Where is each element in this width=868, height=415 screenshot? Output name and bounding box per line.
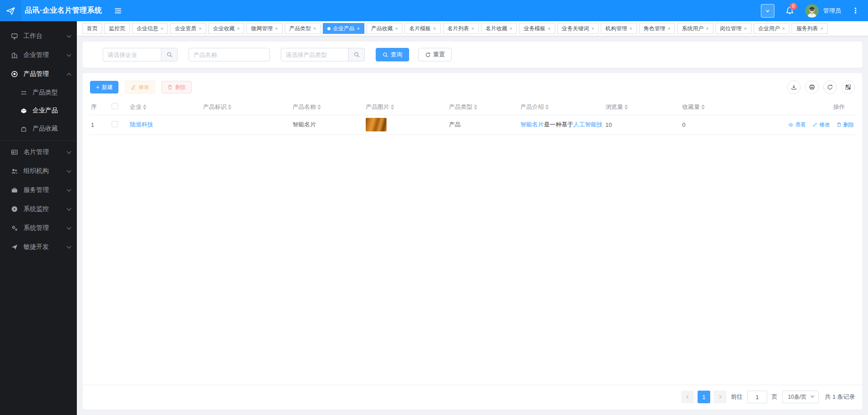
view-button[interactable]: 查看 (788, 121, 806, 129)
company-select-input[interactable] (103, 48, 161, 61)
tab-biz-keyword[interactable]: 业务关键词× (557, 23, 599, 34)
sort-icon[interactable] (143, 104, 146, 110)
tab-biz-template[interactable]: 业务模板× (519, 23, 555, 34)
tab-service-list[interactable]: 服务列表× (792, 23, 827, 34)
tab-org-mgmt[interactable]: 机构管理× (601, 23, 637, 34)
main-area: 首页 监控页 企业信息× 企业资质× 企业收藏× 微网管理× 产品类型× 企业产… (77, 21, 868, 415)
close-icon[interactable]: × (198, 26, 201, 31)
sidebar-item-product-mgmt[interactable]: 产品管理 (0, 65, 77, 84)
tab-sys-user[interactable]: 系统用户× (677, 23, 713, 34)
tab-card-favorite[interactable]: 名片收藏× (481, 23, 517, 34)
product-type-search-append-button[interactable] (349, 48, 365, 61)
sidebar-sub-enterprise-product[interactable]: 企业产品 (0, 102, 77, 120)
delete-button[interactable]: 删除 (161, 81, 192, 93)
prev-page-button[interactable] (681, 391, 694, 403)
sidebar-item-agile-dev[interactable]: 敏捷开发 (0, 238, 77, 256)
sidebar-collapse-icon[interactable] (114, 7, 122, 15)
sidebar-sub-product-fav[interactable]: 产品收藏 (0, 120, 77, 138)
close-icon[interactable]: × (237, 26, 240, 31)
plus-icon: + (96, 84, 99, 90)
sort-icon[interactable] (474, 104, 477, 110)
sort-icon[interactable] (228, 104, 231, 110)
edit-button[interactable]: 修改 (125, 81, 155, 93)
sidebar-item-workbench[interactable]: 工作台 (0, 27, 77, 46)
sidebar-item-sys-mgmt[interactable]: 系统管理 (0, 219, 77, 238)
edit-row-button[interactable]: 修改 (812, 121, 830, 129)
goto-page-input[interactable] (747, 391, 767, 403)
page-number-button[interactable]: 1 (698, 391, 710, 403)
close-icon[interactable]: × (275, 26, 278, 31)
tab-product-favorite[interactable]: 产品收藏× (367, 23, 402, 34)
col-views: 浏览量 (604, 99, 680, 115)
close-icon[interactable]: × (547, 26, 550, 31)
select-all-checkbox[interactable] (112, 103, 118, 109)
close-icon[interactable]: × (668, 26, 670, 31)
refresh-button[interactable] (823, 80, 837, 94)
product-type-select-input[interactable] (281, 48, 349, 61)
print-button[interactable] (805, 80, 819, 94)
download-button[interactable] (787, 80, 801, 94)
page-size-select[interactable]: 10条/页 (782, 391, 819, 403)
tab-post-mgmt[interactable]: 岗位管理× (716, 23, 751, 34)
tab-card-template[interactable]: 名片模板× (405, 23, 440, 34)
close-icon[interactable]: × (782, 26, 785, 31)
reset-button[interactable]: 重置 (418, 48, 452, 61)
header-dropdown-button[interactable] (761, 4, 774, 18)
sort-icon[interactable] (545, 104, 549, 110)
sidebar-item-enterprise-mgmt[interactable]: 企业管理 (0, 46, 77, 65)
close-icon[interactable]: × (160, 26, 163, 31)
tab-bar: 首页 监控页 企业信息× 企业资质× 企业收藏× 微网管理× 产品类型× 企业产… (77, 21, 868, 36)
sort-icon[interactable] (391, 104, 394, 110)
tab-company-qualification[interactable]: 企业资质× (170, 23, 206, 34)
tab-role-mgmt[interactable]: 角色管理× (639, 23, 675, 34)
close-icon[interactable]: × (472, 26, 474, 31)
tab-monitor[interactable]: 监控页 (104, 23, 130, 34)
id-card-icon (11, 149, 18, 156)
sidebar-sub-product-type[interactable]: 产品类型 (0, 84, 77, 102)
sidebar-item-org[interactable]: 组织机构 (0, 162, 77, 181)
sidebar-item-service-mgmt[interactable]: 服务管理 (0, 181, 77, 200)
more-menu-icon[interactable]: ⋮ (852, 8, 859, 14)
tab-enterprise-user[interactable]: 企业用户× (754, 23, 789, 34)
sort-icon[interactable] (624, 104, 628, 110)
tab-company-favorite[interactable]: 企业收藏× (208, 23, 244, 34)
close-icon[interactable]: × (629, 26, 632, 31)
tab-product-type[interactable]: 产品类型× (285, 23, 321, 34)
close-icon[interactable]: × (591, 26, 594, 31)
sort-icon[interactable] (701, 104, 705, 110)
tab-home[interactable]: 首页 (82, 23, 102, 34)
delete-row-button[interactable]: 删除 (836, 121, 854, 129)
close-icon[interactable]: × (313, 26, 316, 31)
admin-label[interactable]: 管理员 (823, 7, 841, 15)
close-icon[interactable]: × (433, 26, 436, 31)
tab-company-info[interactable]: 企业信息× (132, 23, 168, 34)
company-link[interactable]: 陆巡科技 (130, 121, 153, 128)
filter-bar: 查询 重置 (83, 42, 862, 68)
sort-lines-icon (20, 89, 27, 96)
sidebar-item-sys-monitor[interactable]: 系统监控 (0, 200, 77, 219)
avatar[interactable] (805, 4, 819, 18)
cell-views: 10 (604, 115, 680, 135)
table-row[interactable]: 1 陆巡科技 智能名片 产品 智能名片是一种基于人工智能技 10 0 (89, 115, 856, 135)
tab-enterprise-product[interactable]: 企业产品× (323, 23, 364, 34)
search-button[interactable]: 查询 (376, 48, 409, 61)
close-icon[interactable]: × (744, 26, 747, 31)
close-icon[interactable]: × (706, 26, 708, 31)
shopping-bag-icon (20, 125, 27, 132)
close-icon[interactable]: × (820, 26, 823, 31)
close-icon[interactable]: × (395, 26, 398, 31)
add-button[interactable]: + 新建 (90, 81, 118, 93)
close-icon[interactable]: × (509, 26, 512, 31)
sidebar-item-card-mgmt[interactable]: 名片管理 (0, 143, 77, 162)
tab-card-list[interactable]: 名片列表× (443, 23, 479, 34)
notification-bell-button[interactable]: 0 (785, 6, 794, 15)
row-checkbox[interactable] (112, 121, 118, 127)
tab-micro-site[interactable]: 微网管理× (246, 23, 282, 34)
next-page-button[interactable] (714, 391, 726, 403)
sort-icon[interactable] (317, 104, 321, 110)
product-name-input[interactable] (189, 48, 270, 61)
product-image-thumbnail[interactable] (366, 118, 387, 131)
company-search-append-button[interactable] (161, 48, 178, 61)
column-settings-button[interactable] (841, 80, 855, 94)
close-icon[interactable]: × (357, 26, 359, 31)
